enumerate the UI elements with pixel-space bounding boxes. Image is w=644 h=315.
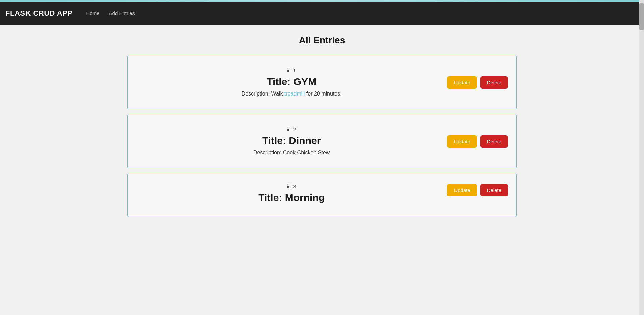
entry-id-1: id: 1 xyxy=(136,68,447,73)
entry-title-1: Title: GYM xyxy=(136,76,447,87)
navbar-brand[interactable]: FLASK CRUD APP xyxy=(5,9,73,18)
navbar-nav: Home Add Entries xyxy=(84,10,138,16)
scrollbar-track[interactable] xyxy=(639,0,644,315)
nav-link-home[interactable]: Home xyxy=(84,9,102,17)
nav-item-home: Home xyxy=(84,10,102,16)
entry-content-3: id: 3 Title: Morning xyxy=(136,184,447,207)
entry-actions-3: Update Delete xyxy=(447,184,508,196)
update-button-1[interactable]: Update xyxy=(447,76,477,89)
entry-card-1: id: 1 Title: GYM Description: Walk tread… xyxy=(127,56,517,109)
page-title: All Entries xyxy=(127,35,517,46)
entry-id-2: id: 2 xyxy=(136,127,447,132)
delete-button-3[interactable]: Delete xyxy=(480,184,508,196)
entry-card-3: id: 3 Title: Morning Update Delete xyxy=(127,174,517,217)
entry-id-3: id: 3 xyxy=(136,184,447,189)
entry-description-2: Description: Cook Chicken Stew xyxy=(136,150,447,156)
update-button-3[interactable]: Update xyxy=(447,184,477,196)
entry-card-2: id: 2 Title: Dinner Description: Cook Ch… xyxy=(127,115,517,168)
navbar: FLASK CRUD APP Home Add Entries xyxy=(0,2,644,25)
entry-actions-2: Update Delete xyxy=(447,135,508,148)
description-link-treadmill[interactable]: treadmill xyxy=(284,91,305,97)
delete-button-1[interactable]: Delete xyxy=(480,76,508,89)
scrollbar-thumb[interactable] xyxy=(639,3,644,30)
delete-button-2[interactable]: Delete xyxy=(480,135,508,148)
entry-description-1: Description: Walk treadmill for 20 minut… xyxy=(136,91,447,97)
entry-content-2: id: 2 Title: Dinner Description: Cook Ch… xyxy=(136,127,447,156)
nav-item-add-entries: Add Entries xyxy=(106,10,138,16)
entry-title-2: Title: Dinner xyxy=(136,135,447,146)
entry-actions-1: Update Delete xyxy=(447,76,508,89)
entry-content-1: id: 1 Title: GYM Description: Walk tread… xyxy=(136,68,447,97)
main-content: All Entries id: 1 Title: GYM Description… xyxy=(87,25,557,229)
update-button-2[interactable]: Update xyxy=(447,135,477,148)
nav-link-add-entries[interactable]: Add Entries xyxy=(106,9,138,17)
entry-title-3: Title: Morning xyxy=(136,192,447,203)
